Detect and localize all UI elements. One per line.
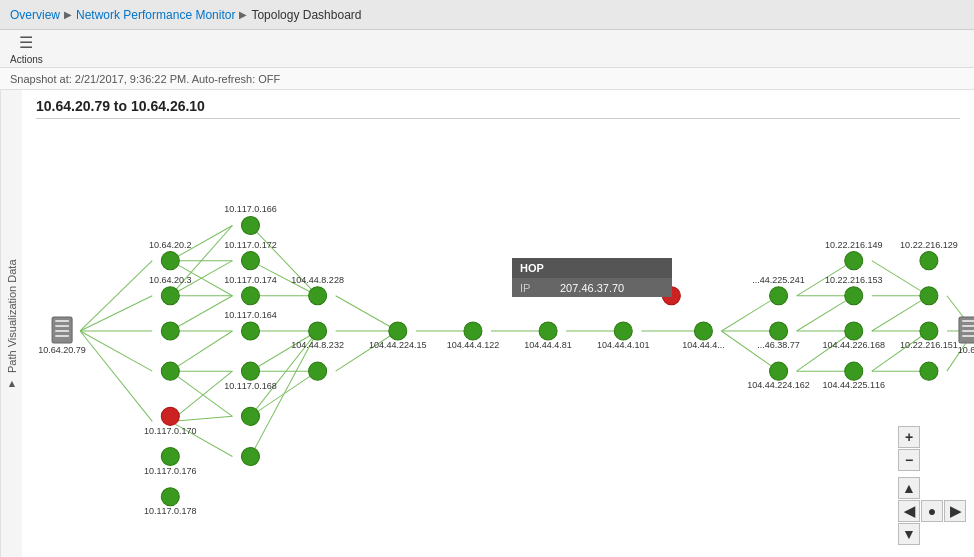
svg-line-15 xyxy=(170,371,232,416)
node-r1-2[interactable] xyxy=(770,322,788,340)
node-l2-6[interactable] xyxy=(241,407,259,425)
hop-popup: HOP IP 207.46.37.70 xyxy=(512,258,672,297)
actions-button[interactable]: ☰ Actions xyxy=(10,33,43,65)
svg-text:10.117.0.178: 10.117.0.178 xyxy=(144,506,197,516)
svg-text:10.117.0.170: 10.117.0.170 xyxy=(144,426,197,436)
svg-text:104.44.226.168: 104.44.226.168 xyxy=(822,340,885,350)
svg-text:104.44.4.101: 104.44.4.101 xyxy=(597,340,650,350)
svg-text:10.117.0.172: 10.117.0.172 xyxy=(224,240,277,250)
node-l8[interactable] xyxy=(694,322,712,340)
svg-rect-55 xyxy=(55,330,69,332)
node-r2-1[interactable] xyxy=(845,252,863,270)
diagram-container: 10.64.20.79 to 10.64.26.10 xyxy=(22,90,974,557)
node-l1-3[interactable] xyxy=(161,322,179,340)
node-r2-4[interactable] xyxy=(845,362,863,380)
svg-text:104.44.4...: 104.44.4... xyxy=(682,340,725,350)
svg-text:104.44.224.162: 104.44.224.162 xyxy=(747,380,810,390)
node-l1-4[interactable] xyxy=(161,362,179,380)
breadcrumb-sep1: ▶ xyxy=(64,9,72,20)
node-l3-2[interactable] xyxy=(309,322,327,340)
svg-rect-84 xyxy=(962,320,974,322)
path-visualization-panel[interactable]: Path Visualization Data xyxy=(0,90,22,557)
svg-line-4 xyxy=(80,331,152,421)
node-l3-1[interactable] xyxy=(309,287,327,305)
svg-text:104.44.8.228: 104.44.8.228 xyxy=(291,275,344,285)
node-l3-3[interactable] xyxy=(309,362,327,380)
svg-text:10.64.20.2: 10.64.20.2 xyxy=(149,240,192,250)
node-l2-5[interactable] xyxy=(241,362,259,380)
topology-svg: 10.64.20.79 10.64.20.2 10.64.20.3 10.117… xyxy=(22,120,974,557)
svg-line-11 xyxy=(170,296,232,331)
node-l4[interactable] xyxy=(389,322,407,340)
svg-rect-85 xyxy=(962,325,974,327)
node-l2-3[interactable] xyxy=(241,287,259,305)
svg-text:104.44.8.232: 104.44.8.232 xyxy=(291,340,344,350)
svg-text:10.22.216.151: 10.22.216.151 xyxy=(900,340,958,350)
zoom-in-button[interactable]: + xyxy=(898,426,920,448)
node-r3-2[interactable] xyxy=(920,287,938,305)
node-l1-1[interactable] xyxy=(161,252,179,270)
svg-line-27 xyxy=(250,371,317,416)
pan-up-button[interactable]: ▲ xyxy=(898,477,920,499)
svg-text:104.44.4.122: 104.44.4.122 xyxy=(447,340,500,350)
node-l2-2[interactable] xyxy=(241,252,259,270)
svg-line-23 xyxy=(250,331,317,371)
svg-text:10.117.0.176: 10.117.0.176 xyxy=(144,466,197,476)
zoom-out-button[interactable]: − xyxy=(898,449,920,471)
svg-line-48 xyxy=(872,331,929,371)
node-r1-1[interactable] xyxy=(770,287,788,305)
breadcrumb-current: Topology Dashboard xyxy=(251,8,361,22)
node-r2-2[interactable] xyxy=(845,287,863,305)
svg-line-19 xyxy=(250,225,317,295)
svg-line-0 xyxy=(80,261,152,331)
svg-line-3 xyxy=(80,331,152,371)
svg-line-28 xyxy=(336,296,398,331)
node-r3-4[interactable] xyxy=(920,362,938,380)
path-visualization-label: Path Visualization Data xyxy=(6,259,18,373)
pan-mid-row: ◀ ● ▶ xyxy=(898,500,966,522)
svg-rect-86 xyxy=(962,330,974,332)
svg-line-1 xyxy=(80,296,152,331)
hop-popup-ip-row: IP 207.46.37.70 xyxy=(512,279,672,297)
svg-text:10.22.216.149: 10.22.216.149 xyxy=(825,240,883,250)
node-r3-3[interactable] xyxy=(920,322,938,340)
node-l2-4[interactable] xyxy=(241,322,259,340)
svg-text:10.64.20.3: 10.64.20.3 xyxy=(149,275,192,285)
node-r1-3[interactable] xyxy=(770,362,788,380)
svg-text:...46.38.77: ...46.38.77 xyxy=(757,340,800,350)
svg-line-30 xyxy=(336,331,398,371)
pan-center-button[interactable]: ● xyxy=(921,500,943,522)
svg-text:10.22.216.129: 10.22.216.129 xyxy=(900,240,958,250)
svg-text:10.117.0.166: 10.117.0.166 xyxy=(224,204,277,214)
toolbar: ☰ Actions xyxy=(0,30,974,68)
node-r3-1[interactable] xyxy=(920,252,938,270)
node-l1-6[interactable] xyxy=(161,488,179,506)
main-content: Path Visualization Data 10.64.20.79 to 1… xyxy=(0,90,974,557)
breadcrumb-npm[interactable]: Network Performance Monitor xyxy=(76,8,235,22)
hop-popup-ip-value: 207.46.37.70 xyxy=(560,282,624,294)
node-l2-1[interactable] xyxy=(241,216,259,234)
pan-left-button[interactable]: ◀ xyxy=(898,500,920,522)
breadcrumb: Overview ▶ Network Performance Monitor ▶… xyxy=(0,0,974,30)
snapshot-bar: Snapshot at: 2/21/2017, 9:36:22 PM. Auto… xyxy=(0,68,974,90)
pan-down-button[interactable]: ▼ xyxy=(898,523,920,545)
svg-rect-53 xyxy=(55,320,69,322)
node-l6[interactable] xyxy=(539,322,557,340)
svg-text:10.22.216.153: 10.22.216.153 xyxy=(825,275,883,285)
node-l1-5[interactable] xyxy=(161,447,179,465)
breadcrumb-sep2: ▶ xyxy=(239,9,247,20)
svg-line-40 xyxy=(797,296,854,331)
node-l1-2[interactable] xyxy=(161,287,179,305)
node-l5[interactable] xyxy=(464,322,482,340)
path-title: 10.64.20.79 to 10.64.26.10 xyxy=(36,98,960,119)
node-r2-3[interactable] xyxy=(845,322,863,340)
svg-line-42 xyxy=(797,331,854,371)
breadcrumb-overview[interactable]: Overview xyxy=(10,8,60,22)
node-l1-red[interactable] xyxy=(161,407,179,425)
svg-line-13 xyxy=(170,331,232,371)
node-l2-7[interactable] xyxy=(241,447,259,465)
node-l7[interactable] xyxy=(614,322,632,340)
svg-line-46 xyxy=(872,296,929,331)
pan-right-button[interactable]: ▶ xyxy=(944,500,966,522)
snapshot-text: Snapshot at: 2/21/2017, 9:36:22 PM. Auto… xyxy=(10,73,280,85)
